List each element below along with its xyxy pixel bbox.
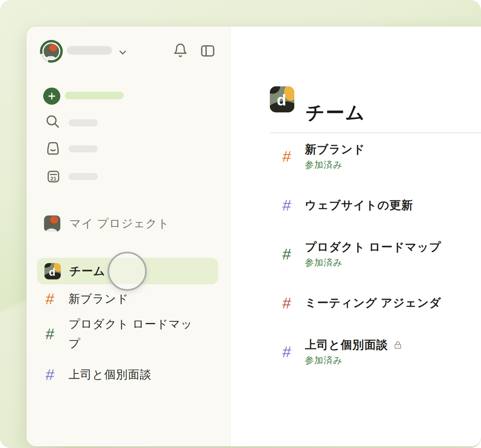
sidebar-channel-item[interactable]: # プロダクト ロードマップ <box>46 314 218 354</box>
channel-label: 上司と個別面談 <box>68 366 152 384</box>
team-logo-letter: d <box>277 92 286 108</box>
channel-text: プロダクト ロードマップ 参加済み <box>305 240 441 268</box>
channel-text: 新ブランド 参加済み <box>305 142 365 171</box>
joined-badge: 参加済み <box>305 257 441 268</box>
main-panel: d チーム # 新ブランド 参加済み # ウェブサイトの更新 # プロダクト ロ <box>231 26 481 446</box>
main-channel-list: # 新ブランド 参加済み # ウェブサイトの更新 # プロダクト ロードマップ … <box>282 142 469 366</box>
main-channel-item[interactable]: # プロダクト ロードマップ 参加済み <box>282 240 469 268</box>
screenshot-background: 21 マイ プロジェクト d チーム # 新ブランド # プロダクト ロードマッ… <box>0 0 481 448</box>
calendar-icon[interactable]: 21 <box>46 169 61 184</box>
inbox-label-placeholder <box>68 145 98 152</box>
hash-icon: # <box>45 291 69 307</box>
app-window: 21 マイ プロジェクト d チーム # 新ブランド # プロダクト ロードマッ… <box>26 26 481 446</box>
channel-text: 上司と個別面談 参加済み <box>305 338 403 366</box>
main-channel-item[interactable]: # 新ブランド 参加済み <box>282 142 469 171</box>
calendar-label-placeholder <box>68 173 98 180</box>
channel-title: ウェブサイトの更新 <box>305 198 413 213</box>
hash-icon: # <box>45 367 69 382</box>
channel-title: 上司と個別面談 <box>305 338 388 352</box>
joined-badge: 参加済み <box>305 355 403 366</box>
main-channel-item[interactable]: # ミーティング アジェンダ <box>282 295 469 311</box>
chevron-down-icon[interactable] <box>117 47 128 58</box>
channel-title: プロダクト ロードマップ <box>305 240 441 255</box>
sidebar-item-my-project[interactable]: マイ プロジェクト <box>44 215 170 232</box>
team-logo-large: d <box>270 86 294 112</box>
channel-label: 新ブランド <box>68 290 129 308</box>
divider <box>270 132 481 133</box>
hash-icon: # <box>282 295 306 311</box>
channel-text: ウェブサイトの更新 <box>305 198 413 213</box>
bell-icon[interactable] <box>173 42 188 59</box>
sidebar-channel-item[interactable]: # 上司と個別面談 <box>46 366 218 384</box>
my-project-label: マイ プロジェクト <box>69 216 170 231</box>
channel-title: 新ブランド <box>305 142 365 157</box>
channel-title: ミーティング アジェンダ <box>305 296 441 310</box>
my-project-avatar <box>44 215 60 232</box>
hash-icon: # <box>282 344 306 360</box>
main-channel-item[interactable]: # 上司と個別面談 参加済み <box>282 338 469 366</box>
hash-icon: # <box>282 198 306 213</box>
team-logo: d <box>44 263 61 279</box>
hash-icon: # <box>282 149 306 164</box>
lock-icon <box>393 340 403 350</box>
sidebar-channel-list: # 新ブランド # プロダクト ロードマップ # 上司と個別面談 <box>46 290 218 384</box>
search-label-placeholder <box>68 119 98 126</box>
hash-icon: # <box>45 326 69 342</box>
main-channel-item[interactable]: # ウェブサイトの更新 <box>282 198 469 213</box>
joined-badge: 参加済み <box>305 159 365 171</box>
channel-text: ミーティング アジェンダ <box>305 296 441 310</box>
hash-icon: # <box>282 246 306 262</box>
page-title: チーム <box>306 99 365 125</box>
sidebar: 21 マイ プロジェクト d チーム # 新ブランド # プロダクト ロードマッ… <box>26 26 231 446</box>
user-avatar[interactable] <box>40 40 63 63</box>
user-avatar-photo <box>42 42 60 60</box>
svg-text:21: 21 <box>50 176 57 182</box>
channel-label: プロダクト ロードマップ <box>68 314 196 354</box>
team-logo-letter: d <box>49 266 55 277</box>
add-button[interactable] <box>43 88 60 105</box>
add-label-placeholder <box>65 92 124 99</box>
inbox-icon[interactable] <box>45 141 61 156</box>
panel-toggle-icon[interactable] <box>200 43 216 59</box>
team-label: チーム <box>69 264 105 279</box>
cursor-circle <box>108 252 147 291</box>
sidebar-channel-item[interactable]: # 新ブランド <box>46 290 218 308</box>
search-icon[interactable] <box>44 113 61 130</box>
workspace-name-placeholder[interactable] <box>67 46 112 55</box>
